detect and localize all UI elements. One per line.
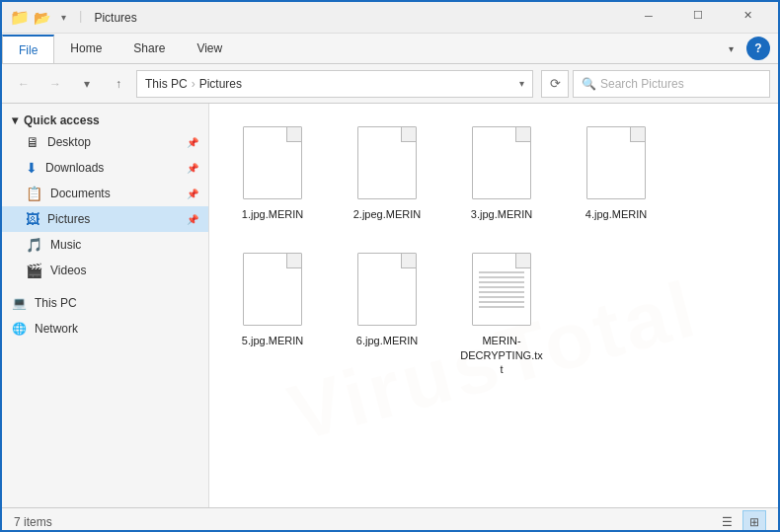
sidebar-item-downloads[interactable]: ⬇ Downloads 📌 bbox=[2, 155, 208, 181]
file-page-6 bbox=[357, 253, 417, 326]
list-view-button[interactable]: ☰ bbox=[715, 510, 739, 533]
help-button[interactable]: ? bbox=[746, 37, 770, 60]
breadcrumb-sep: › bbox=[192, 77, 195, 91]
file-item-7[interactable]: MERIN-DECRYPTING.txt bbox=[452, 244, 551, 383]
status-right: ☰ ⊞ bbox=[715, 510, 766, 533]
content-area: 1.jpg.MERIN 2.jpeg.MERIN 3.jpg.MERIN bbox=[209, 104, 778, 507]
chevron-icon: ▾ bbox=[12, 114, 18, 127]
pin-icon-pictures: 📌 bbox=[187, 214, 198, 225]
file-icon-5 bbox=[239, 251, 306, 330]
sidebar-item-network[interactable]: 🌐 Network bbox=[2, 315, 208, 341]
forward-button[interactable]: → bbox=[41, 70, 69, 98]
folder-icon: 📁 bbox=[10, 8, 30, 28]
breadcrumb-thispc[interactable]: This PC bbox=[145, 77, 188, 91]
title-bar: 📁 📂 ▾ | Pictures ─ ☐ ✕ bbox=[2, 2, 778, 34]
ribbon-right: ▾ ? bbox=[719, 34, 778, 63]
minimize-button[interactable]: ─ bbox=[626, 0, 671, 32]
breadcrumb: This PC › Pictures ▾ bbox=[136, 70, 533, 98]
window-controls: ─ ☐ ✕ bbox=[626, 4, 770, 32]
sidebar-item-downloads-label: Downloads bbox=[45, 161, 104, 175]
qa-btn-1[interactable]: 📂 bbox=[32, 8, 51, 28]
file-label-5: 5.jpg.MERIN bbox=[242, 334, 303, 347]
file-item-1[interactable]: 1.jpg.MERIN bbox=[223, 117, 322, 228]
pictures-icon: 🖼 bbox=[26, 211, 39, 227]
sidebar-item-videos[interactable]: 🎬 Videos bbox=[2, 258, 208, 283]
thispc-icon: 💻 bbox=[12, 296, 27, 310]
ribbon: File Home Share View ▾ ? bbox=[2, 34, 778, 64]
network-icon: 🌐 bbox=[12, 322, 27, 336]
tab-file[interactable]: File bbox=[2, 35, 54, 63]
sidebar-item-documents[interactable]: 📋 Documents 📌 bbox=[2, 181, 208, 206]
ribbon-tabs: File Home Share View ▾ ? bbox=[2, 34, 778, 63]
documents-icon: 📋 bbox=[26, 186, 42, 201]
sidebar-item-desktop-label: Desktop bbox=[47, 135, 91, 149]
file-icon-1 bbox=[239, 124, 306, 203]
videos-icon: 🎬 bbox=[26, 263, 42, 278]
breadcrumb-down-arrow[interactable]: ▾ bbox=[519, 78, 524, 89]
file-icon-7 bbox=[468, 251, 535, 330]
pin-icon-documents: 📌 bbox=[187, 189, 198, 199]
sidebar-item-documents-label: Documents bbox=[50, 187, 111, 200]
sidebar-item-network-label: Network bbox=[35, 322, 78, 336]
breadcrumb-pictures[interactable]: Pictures bbox=[199, 77, 242, 91]
status-bar: 7 items ☰ ⊞ bbox=[2, 507, 778, 532]
maximize-button[interactable]: ☐ bbox=[675, 0, 721, 32]
main-layout: ▾ Quick access 🖥 Desktop 📌 ⬇ Downloads 📌… bbox=[2, 104, 778, 507]
search-icon: 🔍 bbox=[582, 77, 596, 91]
back-button[interactable]: ← bbox=[10, 70, 38, 98]
file-item-5[interactable]: 5.jpg.MERIN bbox=[223, 244, 322, 383]
file-label-7: MERIN-DECRYPTING.txt bbox=[459, 334, 544, 376]
sidebar-section-quick-access[interactable]: ▾ Quick access bbox=[2, 108, 208, 129]
file-label-1: 1.jpg.MERIN bbox=[242, 207, 303, 221]
file-item-3[interactable]: 3.jpg.MERIN bbox=[452, 117, 551, 228]
title-separator: | bbox=[79, 8, 82, 28]
file-page-5 bbox=[243, 253, 302, 326]
music-icon: 🎵 bbox=[26, 237, 42, 253]
file-page-7 bbox=[472, 253, 531, 326]
file-label-3: 3.jpg.MERIN bbox=[471, 207, 532, 221]
file-item-4[interactable]: 4.jpg.MERIN bbox=[567, 117, 665, 228]
file-label-2: 2.jpeg.MERIN bbox=[353, 207, 421, 221]
qa-btn-arrow[interactable]: ▾ bbox=[53, 8, 73, 28]
close-button[interactable]: ✕ bbox=[725, 0, 770, 32]
file-page-3 bbox=[472, 126, 531, 199]
sidebar-item-desktop[interactable]: 🖥 Desktop 📌 bbox=[2, 129, 208, 155]
sidebar-item-music[interactable]: 🎵 Music bbox=[2, 232, 208, 258]
file-icon-3 bbox=[468, 124, 535, 203]
file-page-2 bbox=[357, 126, 417, 199]
file-icon-6 bbox=[353, 251, 421, 330]
downloads-icon: ⬇ bbox=[26, 160, 38, 176]
file-grid: 1.jpg.MERIN 2.jpeg.MERIN 3.jpg.MERIN bbox=[219, 114, 768, 387]
file-label-6: 6.jpg.MERIN bbox=[356, 334, 418, 347]
file-page-4 bbox=[586, 126, 646, 199]
sidebar-item-music-label: Music bbox=[50, 238, 81, 252]
status-count: 7 items bbox=[14, 515, 52, 529]
file-item-6[interactable]: 6.jpg.MERIN bbox=[338, 244, 436, 383]
sidebar-item-videos-label: Videos bbox=[50, 264, 86, 277]
pin-icon-downloads: 📌 bbox=[187, 163, 198, 174]
file-icon-2 bbox=[353, 124, 421, 203]
grid-view-button[interactable]: ⊞ bbox=[742, 510, 766, 533]
quick-access-label: Quick access bbox=[24, 114, 100, 127]
address-bar: ← → ▾ ↑ This PC › Pictures ▾ ⟳ 🔍 Search … bbox=[2, 64, 778, 104]
window-title: Pictures bbox=[94, 11, 626, 25]
sidebar-item-pictures[interactable]: 🖼 Pictures 📌 bbox=[2, 206, 208, 232]
search-placeholder: Search Pictures bbox=[600, 77, 761, 91]
ribbon-collapse-arrow[interactable]: ▾ bbox=[719, 37, 742, 60]
search-box[interactable]: 🔍 Search Pictures bbox=[573, 70, 770, 98]
quick-access-toolbar: 📁 📂 ▾ | bbox=[10, 8, 86, 28]
desktop-icon: 🖥 bbox=[26, 134, 39, 150]
up-button[interactable]: ↑ bbox=[105, 70, 132, 98]
file-item-2[interactable]: 2.jpeg.MERIN bbox=[338, 117, 436, 228]
tab-home[interactable]: Home bbox=[54, 34, 117, 63]
file-label-4: 4.jpg.MERIN bbox=[585, 207, 647, 221]
file-icon-4 bbox=[583, 124, 650, 203]
tab-view[interactable]: View bbox=[181, 34, 238, 63]
pin-icon-desktop: 📌 bbox=[187, 137, 198, 148]
refresh-button[interactable]: ⟳ bbox=[541, 70, 569, 98]
sidebar-item-thispc[interactable]: 💻 This PC bbox=[2, 289, 208, 315]
sidebar: ▾ Quick access 🖥 Desktop 📌 ⬇ Downloads 📌… bbox=[2, 104, 209, 507]
tab-share[interactable]: Share bbox=[117, 34, 181, 63]
recent-locations-button[interactable]: ▾ bbox=[73, 70, 101, 98]
sidebar-item-thispc-label: This PC bbox=[35, 296, 77, 310]
